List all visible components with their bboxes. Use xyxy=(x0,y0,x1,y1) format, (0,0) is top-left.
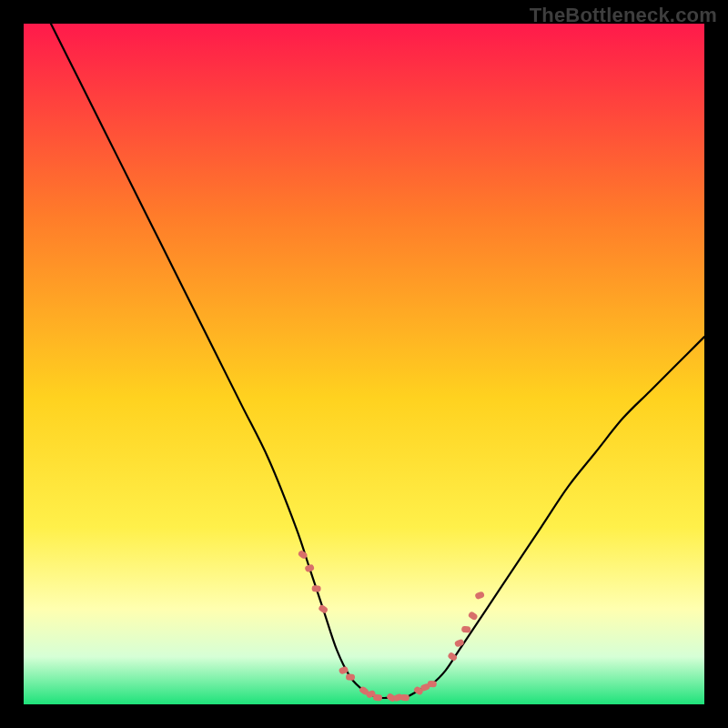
marker-point xyxy=(318,604,329,614)
svg-rect-19 xyxy=(468,611,479,621)
svg-rect-4 xyxy=(318,604,329,614)
bottleneck-curve xyxy=(51,24,704,698)
svg-rect-18 xyxy=(461,626,471,633)
svg-rect-20 xyxy=(474,591,485,600)
svg-rect-12 xyxy=(400,694,410,702)
marker-point xyxy=(373,694,383,702)
plot-area xyxy=(24,24,704,704)
svg-rect-6 xyxy=(346,673,356,681)
chart-svg xyxy=(24,24,704,704)
svg-rect-17 xyxy=(454,639,465,648)
marker-point xyxy=(461,626,471,633)
watermark-text: TheBottleneck.com xyxy=(530,4,717,27)
chart-frame: TheBottleneck.com xyxy=(0,0,728,728)
svg-rect-2 xyxy=(304,563,315,572)
marker-point xyxy=(400,694,410,702)
marker-point xyxy=(454,639,465,648)
marker-point xyxy=(304,563,315,572)
marker-point xyxy=(311,585,321,592)
marker-point xyxy=(468,611,479,621)
marker-point xyxy=(474,591,485,600)
curve-markers xyxy=(298,550,485,703)
svg-rect-9 xyxy=(373,694,383,702)
marker-point xyxy=(346,673,356,681)
svg-rect-3 xyxy=(311,585,321,592)
